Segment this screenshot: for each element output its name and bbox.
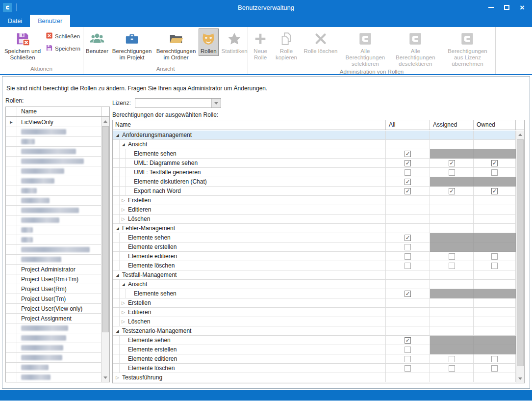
permission-name-cell[interactable]: ◢Ansicht: [113, 140, 386, 149]
permission-name-cell[interactable]: Elemente löschen: [113, 261, 386, 270]
role-row[interactable]: ►LicViewOnly: [6, 117, 101, 127]
permission-name-cell[interactable]: ◢Fehler-Management: [113, 224, 386, 233]
role-row[interactable]: [6, 176, 101, 186]
checkbox-unchecked[interactable]: [491, 365, 498, 372]
permission-name-cell[interactable]: Elemente diskutieren (Chat): [113, 177, 386, 187]
permission-name-cell[interactable]: ▷Löschen: [113, 215, 386, 224]
column-header-assigned[interactable]: Assigned: [430, 120, 474, 130]
expander-expanded-icon[interactable]: ◢: [114, 329, 121, 333]
role-row[interactable]: Project Administrator: [6, 265, 101, 274]
permission-cell-owned[interactable]: ✓: [474, 187, 516, 196]
role-row[interactable]: [6, 235, 101, 245]
role-row[interactable]: [6, 127, 101, 137]
roles-name-column-header[interactable]: Name: [17, 107, 101, 116]
permission-name-cell[interactable]: Elemente sehen: [113, 233, 386, 242]
permission-cell-assigned[interactable]: [430, 168, 474, 177]
close-button[interactable]: ×: [514, 0, 530, 15]
expander-collapsed-icon[interactable]: ▷: [120, 216, 127, 221]
checkbox-unchecked[interactable]: [405, 347, 411, 353]
role-row[interactable]: [6, 147, 101, 157]
permission-cell-assigned[interactable]: [430, 261, 474, 270]
expander-expanded-icon[interactable]: ◢: [114, 133, 121, 137]
permission-cell-owned[interactable]: ✓: [474, 159, 516, 168]
scroll-thumb[interactable]: [102, 126, 109, 332]
permission-name-cell[interactable]: Elemente löschen: [113, 364, 386, 373]
permission-cell-all[interactable]: [386, 168, 430, 177]
role-row[interactable]: Project Assignment: [6, 314, 101, 323]
permission-name-cell[interactable]: Elemente sehen: [113, 289, 386, 298]
checkbox-checked[interactable]: ✓: [405, 179, 411, 185]
role-row[interactable]: [6, 333, 101, 343]
scroll-up-button[interactable]: [101, 117, 109, 126]
permission-cell-all[interactable]: [386, 354, 430, 364]
column-header-name[interactable]: Name: [113, 120, 386, 130]
checkbox-unchecked[interactable]: [449, 253, 455, 260]
scroll-down-button[interactable]: [101, 374, 109, 382]
permission-cell-all[interactable]: [386, 364, 430, 373]
permission-name-cell[interactable]: ▷Testausführung: [113, 373, 386, 382]
permission-cell-owned[interactable]: [474, 261, 516, 270]
permission-cell-assigned[interactable]: [430, 364, 474, 373]
role-row[interactable]: Project User(Tm): [6, 294, 101, 304]
permission-cell-owned[interactable]: [474, 168, 516, 177]
permission-name-cell[interactable]: Elemente editieren: [113, 354, 386, 364]
expander-expanded-icon[interactable]: ◢: [120, 142, 127, 147]
role-row[interactable]: [6, 353, 101, 363]
permission-cell-all[interactable]: [386, 242, 430, 252]
checkbox-unchecked[interactable]: [449, 365, 455, 372]
role-row[interactable]: [6, 196, 101, 206]
permission-cell-all[interactable]: [386, 261, 430, 270]
checkbox-unchecked[interactable]: [449, 263, 455, 269]
role-row[interactable]: [6, 225, 101, 235]
permission-cell-all[interactable]: ✓: [386, 187, 430, 196]
permission-name-cell[interactable]: Elemente erstellen: [113, 242, 386, 252]
dropdown-button[interactable]: [211, 99, 221, 107]
expander-expanded-icon[interactable]: ◢: [114, 226, 121, 231]
permission-cell-all[interactable]: ✓: [386, 159, 430, 168]
save-and-close-button[interactable]: Speichern und Schließen: [1, 28, 44, 62]
scroll-down-button[interactable]: [516, 375, 524, 383]
permission-name-cell[interactable]: ▷Erstellen: [113, 196, 386, 205]
checkbox-unchecked[interactable]: [405, 169, 411, 176]
checkbox-checked[interactable]: ✓: [405, 235, 411, 241]
column-header-all[interactable]: All: [386, 120, 430, 130]
permission-cell-all[interactable]: ✓: [386, 233, 430, 242]
rollen-button[interactable]: Rollen: [199, 28, 219, 56]
permission-name-cell[interactable]: UML: Diagramme sehen: [113, 159, 386, 168]
scroll-thumb[interactable]: [517, 139, 524, 366]
checkbox-unchecked[interactable]: [491, 253, 498, 260]
checkbox-checked[interactable]: ✓: [491, 160, 498, 166]
maximize-button[interactable]: [499, 0, 514, 15]
checkbox-checked[interactable]: ✓: [491, 188, 498, 194]
checkbox-unchecked[interactable]: [405, 253, 411, 260]
permission-name-cell[interactable]: Export nach Word: [113, 187, 386, 196]
permission-cell-all[interactable]: ✓: [386, 149, 430, 159]
role-row[interactable]: [6, 323, 101, 333]
permission-cell-all[interactable]: [386, 252, 430, 261]
minimize-button[interactable]: [483, 0, 499, 15]
expander-collapsed-icon[interactable]: ▷: [114, 375, 121, 380]
roles-scrollbar[interactable]: [101, 117, 109, 382]
checkbox-unchecked[interactable]: [405, 356, 411, 362]
permission-name-cell[interactable]: ◢Ansicht: [113, 280, 386, 289]
tab-datei[interactable]: Datei: [0, 15, 30, 27]
permission-cell-assigned[interactable]: ✓: [430, 159, 474, 168]
berechtigungen-im-ordner-button[interactable]: Berechtigungen im Ordner: [154, 28, 198, 62]
checkbox-unchecked[interactable]: [449, 356, 455, 362]
role-row[interactable]: [6, 166, 101, 176]
expander-collapsed-icon[interactable]: ▷: [120, 300, 127, 305]
permission-name-cell[interactable]: Elemente sehen: [113, 336, 386, 345]
checkbox-unchecked[interactable]: [491, 356, 498, 362]
role-row[interactable]: [6, 137, 101, 147]
scroll-up-button[interactable]: [516, 131, 524, 139]
permission-name-cell[interactable]: ◢Anforderungsmanagement: [113, 131, 386, 140]
berechtigungen-im-projekt-button[interactable]: Berechtigungen im Projekt: [110, 28, 153, 62]
expander-collapsed-icon[interactable]: ▷: [120, 319, 127, 324]
permission-cell-owned[interactable]: [474, 364, 516, 373]
checkbox-checked[interactable]: ✓: [405, 160, 411, 166]
role-row[interactable]: Project User(View only): [6, 304, 101, 314]
license-dropdown[interactable]: [135, 98, 221, 108]
role-row[interactable]: Project User(Rm): [6, 284, 101, 294]
column-header-owned[interactable]: Owned: [474, 120, 516, 130]
expander-collapsed-icon[interactable]: ▷: [120, 207, 127, 212]
